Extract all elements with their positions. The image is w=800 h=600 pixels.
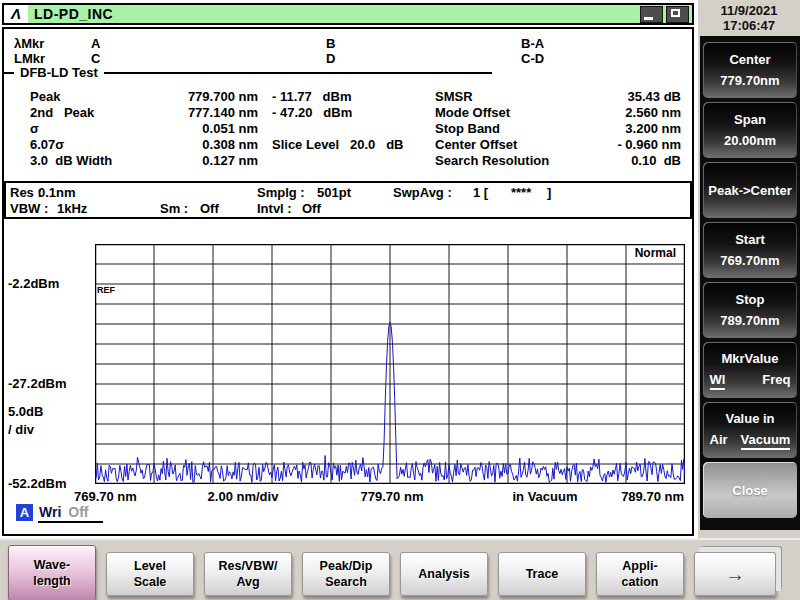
fkey-analysis[interactable]: Analysis (400, 552, 488, 596)
trace-slot-badge: A (16, 504, 33, 521)
x-axis-medium-note: in Vacuum (491, 489, 599, 504)
softkey-value: 789.70nm (720, 313, 779, 328)
app-logo-icon: Λ (4, 5, 28, 23)
y-axis-scale-unit: / div (8, 422, 34, 437)
datetime-display: 11/9/2021 17:06:47 (698, 0, 800, 36)
time-text: 17:06:47 (698, 18, 800, 33)
legend-rule-left (4, 72, 14, 74)
result-value: - 0.960 nm (585, 137, 681, 153)
option-frequency[interactable]: Freq (762, 372, 790, 390)
x-axis-stop: 789.70 nm (602, 489, 684, 504)
result-name: SMSR (435, 89, 585, 105)
softkey-close[interactable]: Close (703, 462, 797, 518)
window-controls (640, 6, 689, 23)
softkey-peak-to-center[interactable]: Peak->Center (703, 162, 797, 218)
vbw-value: 1kHz (57, 201, 87, 216)
res-value: 0.1nm (38, 185, 76, 200)
fkey-line1: Analysis (418, 566, 469, 582)
fkey-line2: Scale (134, 574, 167, 590)
softkey-value-in[interactable]: Value in Air Vacuum (703, 402, 797, 458)
sweep-settings-panel: Res : 0.1nm Smplg : 501pt SwpAvg : 1 [ *… (4, 181, 692, 219)
softkey-value: 769.70nm (720, 253, 779, 268)
fkey-level-scale[interactable]: Level Scale (106, 552, 194, 596)
window-title: LD-PD_INC (34, 6, 113, 22)
softkey-label: Stop (736, 292, 765, 307)
result-value: 0.10 dB (585, 153, 681, 169)
result-level: - 11.77 dBm (258, 89, 432, 105)
softkey-label: MkrValue (721, 351, 778, 366)
fkey-trace[interactable]: Trace (498, 552, 586, 596)
fkey-line1: Level (134, 558, 166, 574)
result-wavelength: 779.700 nm (158, 89, 258, 105)
softkey-start[interactable]: Start 769.70nm (703, 222, 797, 278)
smplg-value: 501pt (317, 185, 351, 200)
analysis-results-left: Peak 779.700 nm - 11.77 dBm 2nd Peak 777… (30, 89, 432, 169)
y-axis-bottom-level: -52.2dBm (8, 476, 67, 491)
marker-a: A (91, 36, 100, 51)
result-name: 3.0 dB Width (30, 153, 158, 169)
smplg-label: Smplg : (257, 185, 305, 200)
x-axis-start: 769.70 nm (74, 489, 137, 504)
softkey-stop[interactable]: Stop 789.70nm (703, 282, 797, 338)
analysis-results-right: SMSR 35.43 dB Mode Offset 2.560 nm Stop … (435, 89, 681, 169)
option-vacuum[interactable]: Vacuum (741, 432, 791, 450)
result-name: Center Offset (435, 137, 585, 153)
result-row-2nd-peak: 2nd Peak 777.140 nm - 47.20 dBm (30, 105, 432, 121)
softkey-center[interactable]: Center 779.70nm (703, 42, 797, 98)
result-value: 35.43 dB (585, 89, 681, 105)
trace-write-state: Wri Off (38, 504, 103, 523)
maximize-button[interactable] (666, 6, 689, 23)
result-level (258, 153, 432, 169)
spectrum-plot: Normal REF (95, 244, 685, 484)
legend-rule-right (104, 72, 492, 74)
result-name: 2nd Peak (30, 105, 158, 121)
date-text: 11/9/2021 (698, 3, 800, 18)
slice-level: Slice Level 20.0 dB (258, 137, 432, 153)
softkey-options: Air Vacuum (710, 432, 791, 450)
softkey-label: Peak->Center (708, 183, 791, 198)
softkey-value: 20.00nm (724, 133, 776, 148)
y-axis-scale-value: 5.0dB (8, 404, 43, 419)
softkey-span[interactable]: Span 20.00nm (703, 102, 797, 158)
x-axis-center: 779.70 nm (336, 489, 448, 504)
fkey-res-vbw-avg[interactable]: Res/VBW/ Avg (204, 552, 292, 596)
result-name: Mode Offset (435, 105, 585, 121)
minimize-icon (644, 17, 653, 20)
result-row-smsr: SMSR 35.43 dB (435, 89, 681, 105)
titlebar: Λ LD-PD_INC (2, 3, 694, 25)
result-wavelength: 777.140 nm (158, 105, 258, 121)
trace-mode-write: Wri (39, 504, 61, 520)
softkey-label: Close (732, 483, 767, 498)
option-air[interactable]: Air (710, 432, 728, 450)
option-wavelength[interactable]: Wl (710, 372, 726, 390)
fkey-line1: Peak/Dip (320, 558, 373, 574)
trace-state-off: Off (68, 504, 88, 520)
spectrum-trace-svg (95, 244, 685, 484)
fkey-line1: Res/VBW/ (218, 558, 277, 574)
result-row-mode-offset: Mode Offset 2.560 nm (435, 105, 681, 121)
softkey-label: Center (729, 52, 770, 67)
minimize-button[interactable] (640, 6, 663, 23)
softkey-mkr-value[interactable]: MkrValue Wl Freq (703, 342, 797, 398)
fkey-more-arrow[interactable]: → (694, 552, 776, 596)
intvl-value: Off (302, 201, 321, 216)
swpavg-bracket: ] (547, 185, 551, 200)
osa-screen: { "window": { "logo_glyph": "Λ", "title"… (0, 0, 800, 600)
sweep-mode-label: Normal (632, 246, 679, 260)
result-row-stop-band: Stop Band 3.200 nm (435, 121, 681, 137)
main-panel: Λ LD-PD_INC λMkr A B B-A LMkr C D C-D DF… (0, 0, 698, 538)
vbw-label: VBW : (10, 201, 48, 216)
fkey-wavelength[interactable]: Wave- length (8, 545, 96, 600)
result-name: Search Resolution (435, 153, 585, 169)
fkey-application[interactable]: Appli- cation (596, 552, 684, 596)
trace-status: A Wri Off (16, 504, 103, 523)
softkey-value: 779.70nm (720, 73, 779, 88)
fkey-line1: Wave- (34, 557, 70, 573)
more-arrow-icon: → (725, 561, 745, 587)
marker-c-minus-d: C-D (521, 51, 544, 66)
y-axis-mid-level: -27.2dBm (8, 376, 67, 391)
fkey-line2: Search (325, 574, 367, 590)
result-name: Peak (30, 89, 158, 105)
marker-c: C (91, 51, 100, 66)
fkey-peak-dip-search[interactable]: Peak/Dip Search (302, 552, 390, 596)
